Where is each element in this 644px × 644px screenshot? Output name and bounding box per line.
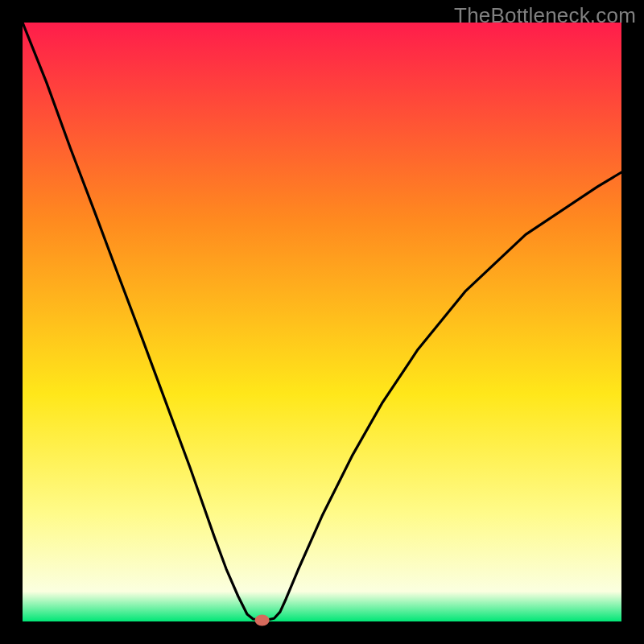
bottleneck-chart — [0, 0, 644, 644]
watermark-label: TheBottleneck.com — [454, 3, 636, 28]
plot-background — [23, 23, 621, 621]
chart-frame: TheBottleneck.com — [0, 0, 644, 644]
selected-point-marker — [255, 615, 270, 626]
